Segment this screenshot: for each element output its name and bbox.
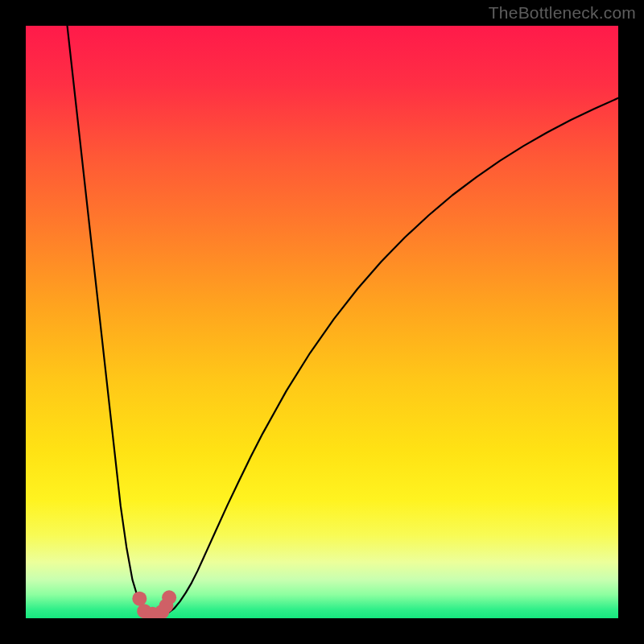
marker-dot: [132, 592, 147, 606]
watermark-text: TheBottleneck.com: [489, 3, 636, 23]
plot-frame: [26, 26, 618, 618]
bottleneck-chart: [26, 26, 618, 618]
gradient-background: [26, 26, 618, 618]
marker-dot: [162, 590, 176, 605]
